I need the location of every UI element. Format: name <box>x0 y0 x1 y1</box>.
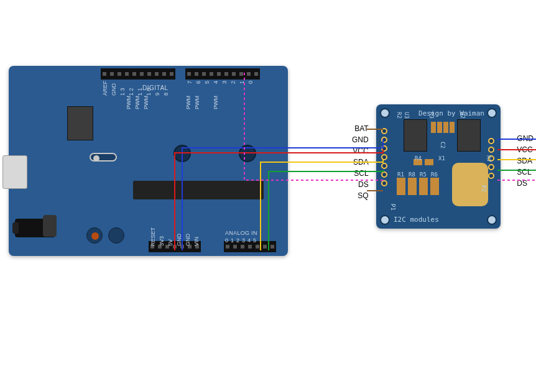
ref-c2: C2 <box>440 142 446 148</box>
module-left-pinheader <box>381 128 389 186</box>
ref-r2: R2 <box>396 112 402 119</box>
ref-u2: U2 <box>460 112 466 119</box>
ref-r4: R4 <box>415 155 422 162</box>
analog-labels: 0 1 2 3 4 5 <box>225 237 256 244</box>
wiring-diagram: AREF GND 1 3 1 2 1 1 1 0 9 8 7 6 5 4 3 2… <box>0 0 536 392</box>
crystal-component <box>43 215 57 237</box>
icsp-slot <box>90 153 117 162</box>
ref-x1: X1 <box>438 155 445 162</box>
ref-p1: P1 <box>390 204 396 211</box>
mount-hole <box>380 215 390 225</box>
ref-u3: U3 <box>404 112 410 119</box>
analog-section-label: ANALOG IN <box>225 230 257 236</box>
mount-hole <box>487 215 497 225</box>
ref-r1: R1 <box>397 171 404 178</box>
pwm-labels: PWM PWM PWM PWM PWM PWM <box>126 96 219 109</box>
usb-port <box>2 155 27 189</box>
ref-p2: P2 <box>481 185 487 192</box>
digital-labels-b: 7 6 5 4 3 2 1 0 <box>187 81 254 84</box>
module-crystal <box>452 163 488 206</box>
ref-r6: R6 <box>431 171 438 178</box>
module-footer: I2C modules <box>394 216 439 224</box>
atmega328-chip <box>133 181 264 199</box>
module-resistor-row <box>397 178 439 195</box>
power-labels: RESET 3V3 5V GND GND VIN <box>150 227 200 246</box>
rtc-i2c-module: Design by Waiman I2C modules P1 P2 U3 U2… <box>376 104 501 229</box>
digital-section-label: DIGITAL <box>142 84 169 91</box>
ref-r3: R3 <box>428 112 435 119</box>
ref-r7: R7 <box>486 155 492 162</box>
mount-hole <box>380 108 390 118</box>
ref-r5: R5 <box>420 171 427 178</box>
atmega16u2-chip <box>67 106 93 140</box>
module-ic-u2 <box>457 119 481 152</box>
module-left-pin-labels: BAT GND VCC SDA SCL DS SQ <box>352 124 369 201</box>
led-pad <box>239 145 256 162</box>
digital-header-b <box>185 68 260 80</box>
module-right-pin-labels: GND VCC SDA SCL DS <box>517 134 534 189</box>
module-ic-u3 <box>404 119 427 152</box>
mount-hole <box>487 108 497 118</box>
reset-button <box>173 145 191 162</box>
ref-r8: R8 <box>409 171 415 178</box>
digital-header-a <box>101 68 175 80</box>
capacitor-2 <box>108 227 124 244</box>
capacitor-1 <box>86 227 103 244</box>
arduino-uno-board: AREF GND 1 3 1 2 1 1 1 0 9 8 7 6 5 4 3 2… <box>9 66 288 256</box>
